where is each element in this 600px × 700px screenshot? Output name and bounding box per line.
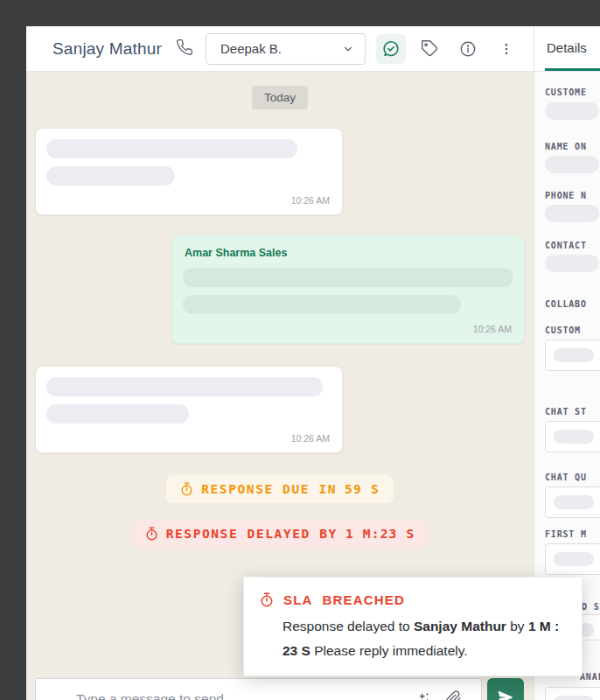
field-value-placeholder	[554, 552, 594, 566]
redacted-text-line	[46, 404, 189, 424]
field-value-placeholder	[554, 495, 594, 509]
field-label: CONTACT	[545, 241, 587, 250]
redacted-text-line	[46, 139, 297, 158]
chat-header: Sanjay Mathur Deepak B.	[26, 26, 534, 72]
resolve-chat-button[interactable]	[376, 34, 406, 64]
field-label: CUSTOME	[545, 88, 587, 97]
app-screen: Sanjay Mathur Deepak B.	[0, 0, 600, 700]
phone-call-button[interactable]	[176, 38, 193, 60]
stopwatch-icon	[260, 592, 274, 607]
message-timestamp: 10:26 AM	[183, 322, 513, 338]
phone-icon	[176, 38, 193, 60]
redacted-text-line	[46, 166, 175, 186]
field-label: CUSTOM	[545, 326, 581, 335]
message-timestamp: 10:26 AM	[46, 431, 331, 447]
response-due-banner: RESPONSE DUE IN 59 S	[166, 475, 394, 503]
field-value-placeholder	[545, 205, 599, 222]
incoming-message-card: 10:26 AM	[35, 128, 343, 215]
tag-button[interactable]	[415, 34, 444, 64]
field-value-placeholder	[554, 430, 594, 444]
message-composer	[35, 678, 482, 700]
field-value-placeholder	[545, 255, 599, 272]
toast-body-text: Please reply immediately.	[310, 643, 468, 658]
field-input[interactable]	[545, 421, 600, 452]
field-input[interactable]	[545, 340, 600, 371]
field-label: CHAT QU	[545, 472, 587, 482]
info-button[interactable]	[453, 34, 483, 64]
sender-name: Amar Sharma Sales	[185, 247, 513, 259]
redacted-text-line	[183, 268, 513, 287]
banner-label: RESPONSE DUE IN	[201, 482, 337, 496]
assignee-dropdown[interactable]: Deepak B.	[206, 33, 366, 65]
field-value-placeholder	[545, 156, 599, 173]
field-label: FIRST M	[545, 529, 587, 539]
field-label: CHAT ST	[545, 407, 587, 416]
header-icon-group	[376, 34, 521, 64]
stopwatch-icon	[180, 482, 193, 496]
field-input[interactable]	[545, 486, 600, 518]
response-delayed-banner: RESPONSE DELAYED BY 1 M:23 S	[131, 520, 429, 548]
banner-value: 59 S	[345, 482, 380, 496]
toast-body-text: by	[506, 619, 528, 634]
toast-body: Response delayed to Sanjay Mathur by 1 M…	[283, 614, 573, 663]
banner-value: 1 M:23 S	[345, 527, 415, 541]
toast-contact-name: Sanjay Mathur	[414, 619, 506, 634]
banner-label: RESPONSE DELAYED BY	[166, 527, 338, 541]
tab-active-underline	[545, 68, 600, 71]
tag-icon	[421, 39, 439, 58]
redacted-text-line	[183, 295, 461, 314]
stopwatch-icon	[145, 527, 158, 541]
panel-tabbar: Details	[534, 26, 600, 72]
paperclip-icon[interactable]	[445, 690, 462, 700]
contact-name: Sanjay Mathur	[52, 39, 162, 59]
tab-details[interactable]: Details	[547, 40, 587, 55]
send-plane-icon	[497, 689, 514, 700]
field-label: NAME ON	[545, 142, 587, 151]
info-icon	[459, 40, 477, 58]
send-button[interactable]	[487, 678, 524, 700]
more-options-button[interactable]	[492, 34, 521, 64]
field-label: COLLABO	[545, 299, 587, 309]
incoming-message-card: 10:26 AM	[35, 366, 343, 453]
field-label: PHONE N	[545, 191, 587, 200]
toast-title-row: SLA BREACHED	[260, 592, 566, 607]
field-label: D ST	[582, 602, 600, 612]
ai-sparkle-icon[interactable]	[416, 690, 432, 700]
field-value-placeholder	[545, 102, 599, 120]
chevron-down-icon	[342, 43, 354, 55]
message-input[interactable]	[36, 679, 481, 700]
assignee-name: Deepak B.	[220, 41, 342, 56]
chat-check-icon	[381, 39, 401, 59]
toast-title: SLA BREACHED	[283, 592, 405, 607]
sla-breached-toast: SLA BREACHED Response delayed to Sanjay …	[243, 577, 583, 676]
redacted-text-line	[46, 377, 323, 396]
field-label: ANAL	[580, 672, 600, 682]
day-divider: Today	[252, 86, 308, 109]
field-input[interactable]	[545, 543, 600, 575]
kebab-menu-icon	[499, 41, 514, 57]
toast-body-text: Response delayed to	[283, 619, 414, 634]
outgoing-message-card: Amar Sharma Sales 10:26 AM	[171, 235, 525, 344]
field-value-placeholder	[554, 348, 594, 362]
field-value-placeholder	[554, 696, 594, 700]
message-timestamp: 10:26 AM	[46, 193, 331, 209]
field-input[interactable]	[545, 687, 600, 700]
